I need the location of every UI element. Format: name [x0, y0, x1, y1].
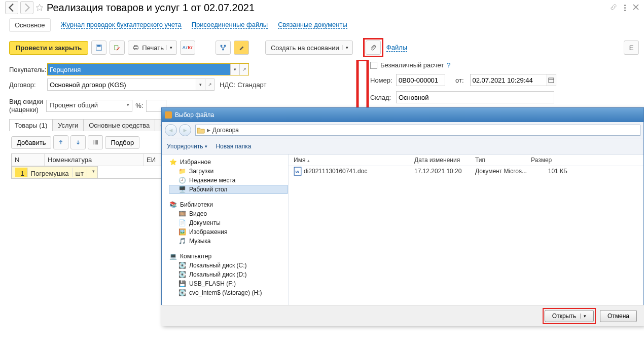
- folder-icon: [197, 127, 205, 134]
- barcode-button[interactable]: [88, 135, 103, 149]
- section-link-attached-files[interactable]: Присоединенные файлы: [192, 18, 268, 29]
- breadcrumb[interactable]: ▶ Договора: [195, 125, 640, 136]
- tab-goods[interactable]: Товары (1): [9, 119, 53, 131]
- file-size: 101 КБ: [531, 168, 571, 175]
- cashless-label: Безналичный расчет: [380, 61, 444, 69]
- dialog-title: Выбор файла: [175, 111, 214, 119]
- more-menu-icon[interactable]: [624, 5, 626, 11]
- vat-label: НДС:: [220, 81, 235, 89]
- open-ref-button[interactable]: ↗: [239, 64, 248, 75]
- save-button[interactable]: [91, 41, 106, 55]
- file-name: di20211130160741.doc: [304, 168, 367, 175]
- attach-button-highlight: [363, 38, 383, 57]
- buyer-label: Покупатель:: [9, 66, 47, 73]
- more-button[interactable]: Е: [624, 41, 639, 55]
- dropdown-button[interactable]: ▾: [230, 64, 239, 75]
- page-title: Реализация товаров и услуг 1 от 02.07.20…: [47, 2, 255, 14]
- favorite-star-icon[interactable]: [35, 4, 44, 11]
- nav-back-button[interactable]: [5, 1, 18, 14]
- print-label: Печать: [142, 44, 164, 52]
- chevron-down-icon: ▾: [342, 45, 349, 50]
- svg-rect-4: [135, 46, 137, 47]
- cell-unit[interactable]: шт: [73, 168, 87, 177]
- tab-services[interactable]: Услуги: [52, 119, 84, 131]
- dropdown-button[interactable]: ▾: [196, 79, 205, 90]
- file-type: Документ Micros...: [475, 168, 531, 175]
- print-button[interactable]: Печать ▾: [128, 41, 177, 55]
- discount-label: Вид скидки (наценки): [9, 98, 43, 113]
- col-size[interactable]: Размер: [531, 157, 571, 164]
- number-label: Номер:: [370, 76, 393, 84]
- attach-file-button[interactable]: [366, 41, 381, 55]
- structure-button[interactable]: [216, 41, 231, 55]
- move-up-button[interactable]: [53, 135, 68, 149]
- move-down-button[interactable]: [70, 135, 86, 149]
- tree-favorites[interactable]: ⭐Избранное: [169, 158, 288, 167]
- selection-button[interactable]: Подбор: [105, 136, 139, 149]
- svg-rect-7: [224, 45, 226, 47]
- files-link[interactable]: Файлы: [386, 44, 407, 52]
- section-link-related-docs[interactable]: Связанные документы: [278, 18, 347, 29]
- col-nomenclature[interactable]: Номенклатура: [45, 154, 144, 166]
- date-label: от:: [455, 76, 464, 84]
- help-icon[interactable]: ?: [447, 61, 450, 69]
- word-file-icon: W: [294, 168, 302, 175]
- chevron-down-icon: ▾: [166, 45, 173, 50]
- tab-fixed-assets[interactable]: Основные средства: [83, 119, 155, 131]
- file-item[interactable]: W di20211130160741.doc 17.12.2021 10:20 …: [289, 166, 643, 176]
- warehouse-input[interactable]: [397, 92, 554, 103]
- cashless-checkbox[interactable]: [370, 62, 377, 69]
- section-link-journal[interactable]: Журнал проводок бухгалтерского учета: [61, 18, 182, 29]
- post-and-close-button[interactable]: Провести и закрыть: [9, 41, 88, 55]
- number-input[interactable]: [397, 74, 445, 86]
- breadcrumb-current[interactable]: Договора: [212, 127, 239, 134]
- calendar-button[interactable]: [547, 74, 556, 86]
- svg-rect-8: [222, 49, 224, 51]
- new-folder-button[interactable]: Новая папка: [216, 143, 251, 150]
- table-row[interactable]: 1 Погремушка "Солнце" шт: [12, 166, 98, 178]
- percent-label: %:: [135, 102, 143, 109]
- vat-value: Стандарт: [237, 81, 266, 89]
- app-icon: [165, 111, 172, 119]
- svg-text:W: W: [295, 169, 299, 174]
- create-based-label: Создать на основании: [271, 44, 339, 52]
- buyer-input[interactable]: [48, 64, 230, 75]
- recent-icon: 🕘: [178, 177, 186, 179]
- file-open-dialog: Выбор файла ◄ ► ▶ Договора Упорядочить ▾…: [161, 107, 644, 179]
- close-icon[interactable]: [633, 4, 639, 12]
- cell-n[interactable]: 1: [15, 168, 28, 177]
- note-button[interactable]: [234, 41, 249, 55]
- dialog-title-bar[interactable]: Выбор файла: [162, 108, 643, 122]
- tree-recent[interactable]: 🕘Недавние места: [169, 176, 288, 179]
- col-unit[interactable]: ЕИ: [144, 154, 164, 166]
- link-icon[interactable]: [610, 4, 617, 12]
- nav-forward-button[interactable]: [20, 1, 33, 14]
- col-date[interactable]: Дата изменения: [414, 157, 475, 164]
- post-button[interactable]: [110, 41, 125, 55]
- svg-rect-9: [549, 78, 554, 83]
- warehouse-label: Склад:: [370, 94, 393, 101]
- section-tab-main[interactable]: Основное: [9, 18, 51, 32]
- discount-type-select[interactable]: Процент общий: [46, 100, 132, 112]
- open-ref-button[interactable]: ↗: [205, 79, 214, 90]
- buyer-field[interactable]: ▾ ↗: [47, 63, 249, 75]
- chevron-right-icon: ▶: [205, 128, 212, 133]
- folder-icon: 📁: [178, 168, 186, 175]
- dialog-back-button[interactable]: ◄: [165, 124, 177, 136]
- create-based-on-button[interactable]: Создать на основании ▾: [265, 41, 353, 55]
- debit-credit-button[interactable]: АтКт: [180, 41, 195, 55]
- col-type[interactable]: Тип: [475, 157, 531, 164]
- contract-input[interactable]: [48, 79, 196, 90]
- contract-field[interactable]: ▾ ↗: [47, 79, 214, 91]
- date-input[interactable]: [471, 74, 547, 86]
- tree-downloads[interactable]: 📁Загрузки: [169, 167, 288, 176]
- contract-label: Договор:: [9, 81, 47, 89]
- col-filename[interactable]: Имя▴: [289, 157, 414, 164]
- col-n[interactable]: N: [12, 154, 45, 166]
- add-row-button[interactable]: Добавить: [11, 136, 51, 149]
- dialog-forward-button[interactable]: ►: [179, 124, 191, 136]
- organize-button[interactable]: Упорядочить ▾: [167, 143, 207, 150]
- svg-rect-6: [221, 45, 223, 47]
- file-list-header: Имя▴ Дата изменения Тип Размер: [289, 154, 643, 166]
- cell-name[interactable]: Погремушка "Солнце": [28, 168, 73, 177]
